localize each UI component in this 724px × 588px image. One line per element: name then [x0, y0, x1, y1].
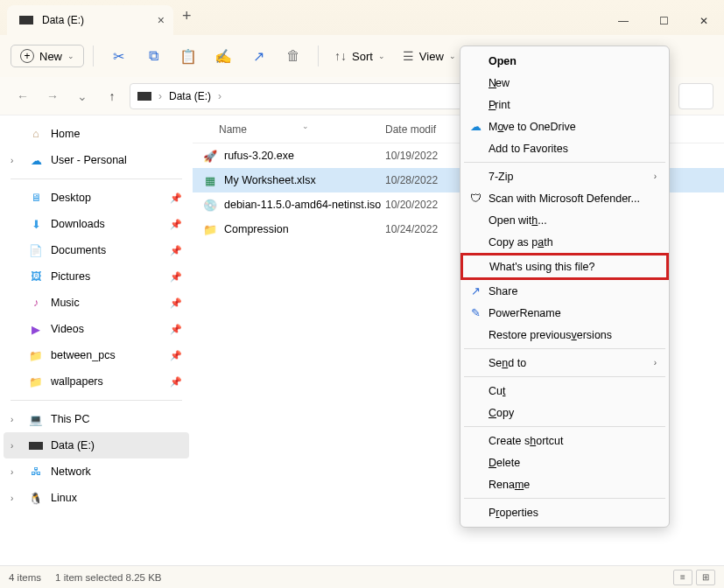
- cloud-icon: ☁: [28, 154, 44, 167]
- selection-info: 1 item selected 8.25 KB: [55, 572, 161, 583]
- ctx-share[interactable]: ↗ Share: [462, 280, 667, 302]
- sidebar-label: Videos: [51, 323, 84, 335]
- sidebar-item-home[interactable]: ⌂ Home: [4, 121, 189, 147]
- sidebar-item-music[interactable]: ♪ Music 📌: [4, 290, 189, 316]
- separator: [464, 376, 665, 377]
- ctx-label: ve to OneDrive: [503, 121, 575, 133]
- file-name: Compression: [224, 223, 289, 235]
- ctx-powerrename[interactable]: ✎ PowerRename: [462, 302, 667, 324]
- tab-title: Data (E:): [42, 14, 84, 26]
- icons-view-button[interactable]: ⊞: [696, 570, 715, 585]
- linux-icon: 🐧: [28, 492, 44, 505]
- chevron-right-icon[interactable]: ›: [11, 415, 13, 424]
- column-date-label: Date modif: [385, 123, 436, 136]
- delete-button[interactable]: 🗑: [278, 40, 309, 72]
- pin-icon[interactable]: 📌: [170, 350, 182, 361]
- maximize-button[interactable]: ☐: [643, 7, 684, 35]
- sort-button[interactable]: ↑↓ Sort ⌄: [327, 46, 392, 66]
- ctx-favorites[interactable]: Add to Favorites: [462, 137, 667, 159]
- ctx-cut[interactable]: Cut: [462, 380, 667, 402]
- highlight-box: What's using this file?: [460, 253, 669, 280]
- ctx-copypath[interactable]: Copy as path: [462, 231, 667, 253]
- separator: [464, 498, 665, 499]
- pc-icon: 💻: [28, 413, 44, 426]
- ctx-onedrive[interactable]: ☁ Move to OneDrive: [462, 116, 667, 137]
- sidebar-item-folder[interactable]: 📁 between_pcs 📌: [4, 342, 189, 368]
- ctx-defender[interactable]: 🛡 Scan with Microsoft Defender...: [462, 187, 667, 209]
- sidebar: ⌂ Home › ☁ User - Personal 🖥 Desktop 📌 ⬇…: [0, 116, 193, 565]
- sidebar-item-downloads[interactable]: ⬇ Downloads 📌: [4, 211, 189, 237]
- titlebar: Data (E:) × + — ☐ ✕: [0, 0, 724, 35]
- pin-icon[interactable]: 📌: [170, 219, 182, 230]
- chevron-right-icon[interactable]: ›: [11, 156, 13, 165]
- iso-icon: 💿: [203, 198, 217, 212]
- column-name[interactable]: Name ⌄: [193, 123, 385, 136]
- sidebar-item-user[interactable]: › ☁ User - Personal: [4, 147, 189, 173]
- minimize-button[interactable]: —: [603, 7, 643, 35]
- ctx-rename[interactable]: Rename: [462, 473, 667, 495]
- cut-button[interactable]: ✂: [102, 40, 134, 72]
- up-button[interactable]: ↑: [100, 84, 124, 108]
- tab-close-button[interactable]: ×: [158, 13, 165, 27]
- ctx-print[interactable]: Print: [462, 94, 667, 116]
- ctx-shortcut[interactable]: Create shortcut: [462, 430, 667, 452]
- forward-button[interactable]: →: [40, 84, 65, 108]
- pin-icon[interactable]: 📌: [170, 298, 182, 309]
- pin-icon[interactable]: 📌: [170, 324, 182, 335]
- back-button[interactable]: ←: [11, 84, 35, 108]
- new-button[interactable]: + New ⌄: [11, 45, 84, 67]
- column-name-label: Name: [219, 123, 247, 136]
- details-view-button[interactable]: ≡: [673, 570, 692, 585]
- pin-icon[interactable]: 📌: [170, 192, 182, 204]
- ctx-delete[interactable]: Delete: [462, 452, 667, 473]
- sidebar-item-videos[interactable]: ▶ Videos 📌: [4, 316, 189, 342]
- ctx-open[interactable]: Open: [462, 50, 667, 72]
- sidebar-item-folder[interactable]: 📁 wallpapers 📌: [4, 368, 189, 395]
- close-button[interactable]: ✕: [684, 7, 724, 35]
- sidebar-item-network[interactable]: › 🖧 Network: [4, 458, 189, 485]
- sidebar-item-thispc[interactable]: › 💻 This PC: [4, 406, 189, 432]
- sidebar-item-pictures[interactable]: 🖼 Pictures 📌: [4, 263, 189, 290]
- item-count: 4 items: [9, 572, 41, 583]
- ctx-new[interactable]: New: [462, 72, 667, 94]
- chevron-right-icon[interactable]: ›: [11, 467, 13, 477]
- recent-button[interactable]: ⌄: [70, 84, 95, 108]
- sidebar-item-desktop[interactable]: 🖥 Desktop 📌: [4, 185, 189, 211]
- separator: [464, 162, 665, 163]
- share-button[interactable]: ↗: [243, 40, 274, 72]
- pin-icon[interactable]: 📌: [170, 271, 182, 283]
- window-tab[interactable]: Data (E:) ×: [7, 5, 173, 35]
- sidebar-item-linux[interactable]: › 🐧 Linux: [4, 485, 189, 511]
- pin-icon[interactable]: 📌: [170, 376, 182, 388]
- sidebar-item-documents[interactable]: 📄 Documents 📌: [4, 237, 189, 263]
- view-button[interactable]: ☰ View ⌄: [396, 46, 463, 66]
- chevron-right-icon[interactable]: ›: [11, 494, 13, 503]
- ctx-sendto[interactable]: Send to ›: [462, 352, 667, 374]
- new-tab-button[interactable]: +: [182, 7, 192, 29]
- pin-icon[interactable]: 📌: [170, 245, 182, 256]
- file-name: rufus-3.20.exe: [224, 150, 294, 162]
- sidebar-item-drive[interactable]: › Data (E:): [4, 432, 189, 458]
- ctx-openwith[interactable]: Open with...: [462, 209, 667, 231]
- rename-button[interactable]: ✍: [207, 40, 239, 72]
- ctx-properties[interactable]: Properties: [462, 501, 667, 523]
- ctx-whats-using[interactable]: What's using this file?: [463, 256, 666, 277]
- ctx-7zip[interactable]: 7-Zip ›: [462, 165, 667, 187]
- drive-icon: [137, 92, 151, 101]
- chevron-down-icon: ⌄: [67, 52, 74, 60]
- drive-icon: [28, 442, 44, 450]
- breadcrumb-location[interactable]: Data (E:): [169, 90, 211, 102]
- ctx-restore[interactable]: Restore previous versions: [462, 324, 667, 346]
- paste-button[interactable]: 📋: [172, 40, 204, 72]
- drive-icon: [19, 16, 33, 24]
- sidebar-label: User - Personal: [51, 154, 127, 166]
- folder-icon: 📁: [28, 375, 44, 388]
- documents-icon: 📄: [28, 244, 44, 257]
- search-box[interactable]: [678, 83, 713, 109]
- sidebar-label: Data (E:): [51, 439, 95, 452]
- view-icon: ☰: [403, 49, 414, 63]
- copy-button[interactable]: ⧉: [137, 40, 169, 72]
- statusbar: 4 items 1 item selected 8.25 KB ≡ ⊞: [0, 565, 724, 588]
- ctx-copy[interactable]: Copy: [462, 402, 667, 424]
- chevron-right-icon[interactable]: ›: [11, 441, 13, 451]
